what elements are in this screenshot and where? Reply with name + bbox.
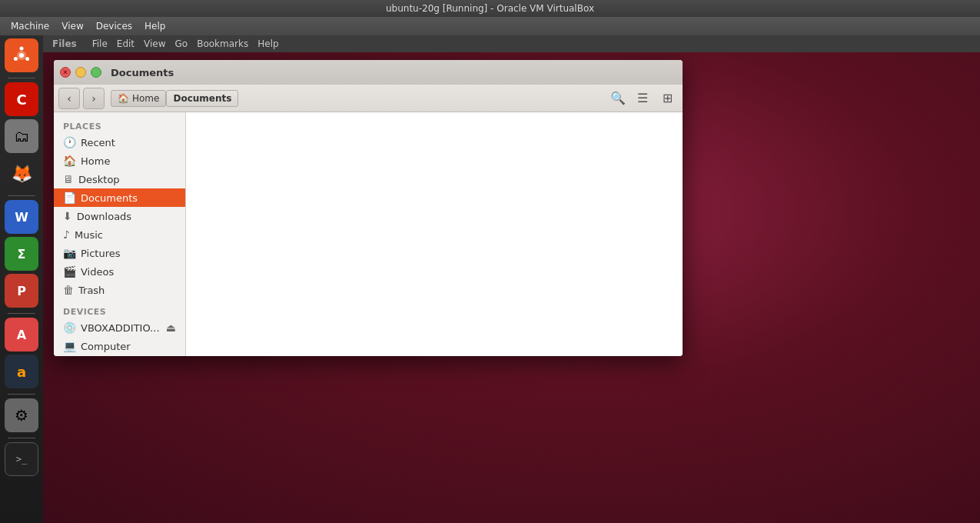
- grid-view-button[interactable]: ⊞: [656, 88, 678, 109]
- vbox-menubar: Machine View Devices Help: [0, 17, 980, 35]
- window-close-button[interactable]: ✕: [60, 67, 71, 78]
- computer-icon: 💻: [63, 340, 76, 352]
- taskbar-icon-texteditor[interactable]: A: [5, 318, 38, 351]
- files-menu-edit[interactable]: Edit: [112, 38, 139, 50]
- svg-point-3: [20, 47, 24, 51]
- videos-icon: 🎬: [63, 265, 76, 278]
- list-view-button[interactable]: ☰: [632, 88, 653, 109]
- sidebar-item-vboxadditions[interactable]: 💿 VBOXADDITIO... ⏏: [54, 318, 185, 337]
- sidebar-item-desktop-label: Desktop: [78, 174, 120, 185]
- sidebar-item-home[interactable]: 🏠 Home: [54, 152, 185, 170]
- taskbar-icon-crimson[interactable]: C: [5, 82, 38, 116]
- window-maximize-button[interactable]: [91, 67, 101, 78]
- home-icon: 🏠: [118, 93, 129, 104]
- sidebar-item-pictures[interactable]: 📷 Pictures: [54, 244, 185, 262]
- sidebar-item-pictures-label: Pictures: [81, 248, 120, 259]
- taskbar-separator-1: [8, 78, 35, 78]
- files-menu-view[interactable]: View: [139, 38, 170, 50]
- taskbar-icon-settings[interactable]: ⚙: [5, 398, 38, 432]
- vbox-menu-view[interactable]: View: [55, 19, 89, 33]
- sidebar-item-vboxadditions-label: VBOXADDITIO...: [81, 322, 160, 334]
- sidebar-item-videos-label: Videos: [81, 266, 114, 278]
- taskbar-icon-amazon[interactable]: a: [5, 355, 38, 388]
- eject-button[interactable]: ⏏: [166, 321, 176, 334]
- trash-icon: 🗑: [63, 284, 74, 296]
- fm-sidebar: Places 🕐 Recent 🏠 Home 🖥 Desktop 📄 Docum…: [54, 112, 186, 356]
- taskbar-icon-firefox[interactable]: 🦊: [5, 156, 38, 190]
- sidebar-item-videos[interactable]: 🎬 Videos: [54, 262, 185, 281]
- sidebar-item-desktop[interactable]: 🖥 Desktop: [54, 170, 185, 188]
- svg-point-2: [19, 53, 24, 58]
- music-icon: ♪: [63, 228, 70, 241]
- sidebar-item-documents-label: Documents: [81, 192, 138, 204]
- vbox-menu-help[interactable]: Help: [138, 19, 171, 33]
- downloads-icon: ⬇: [63, 210, 72, 222]
- window-title: Documents: [111, 67, 174, 78]
- svg-point-4: [25, 57, 29, 61]
- breadcrumb-home[interactable]: 🏠 Home: [111, 90, 166, 107]
- sidebar-item-music-label: Music: [75, 229, 103, 241]
- vboxadditions-icon: 💿: [63, 321, 76, 334]
- documents-icon: 📄: [63, 192, 76, 204]
- taskbar-separator-2: [8, 195, 35, 196]
- file-manager-window: ✕ Documents ‹ › 🏠 Home Documents 🔍 ☰ ⊞ P…: [54, 60, 683, 356]
- sidebar-item-home-label: Home: [81, 155, 110, 167]
- taskbar-icon-calc[interactable]: Σ: [5, 237, 38, 271]
- taskbar-icon-terminal[interactable]: >_: [5, 442, 38, 476]
- taskbar-separator-5: [8, 438, 35, 438]
- vbox-title: ubuntu-20g [Running] - Oracle VM Virtual…: [386, 3, 594, 14]
- sidebar-item-recent[interactable]: 🕐 Recent: [54, 133, 185, 152]
- vbox-menu-machine[interactable]: Machine: [5, 19, 55, 33]
- sidebar-item-downloads[interactable]: ⬇ Downloads: [54, 207, 185, 225]
- home-folder-icon: 🏠: [63, 155, 76, 167]
- breadcrumb-documents-label: Documents: [173, 93, 231, 104]
- search-button[interactable]: 🔍: [607, 88, 629, 109]
- window-minimize-button[interactable]: [75, 67, 86, 78]
- files-menu-go[interactable]: Go: [171, 38, 193, 50]
- devices-section-label: Devices: [54, 304, 185, 318]
- pictures-icon: 📷: [63, 247, 76, 259]
- fm-toolbar: ‹ › 🏠 Home Documents 🔍 ☰ ⊞: [54, 85, 683, 112]
- recent-icon: 🕐: [63, 136, 76, 148]
- taskbar-icon-impress[interactable]: P: [5, 274, 38, 308]
- fm-content[interactable]: [186, 112, 683, 356]
- places-section-label: Places: [54, 118, 185, 133]
- sidebar-item-downloads-label: Downloads: [77, 211, 131, 222]
- breadcrumb-home-label: Home: [132, 93, 159, 104]
- taskbar: C 🗂 🦊 W Σ P A a ⚙ >_: [0, 35, 43, 523]
- breadcrumb-documents[interactable]: Documents: [166, 90, 238, 107]
- sidebar-item-trash[interactable]: 🗑 Trash: [54, 281, 185, 299]
- fm-main: Places 🕐 Recent 🏠 Home 🖥 Desktop 📄 Docum…: [54, 112, 683, 356]
- svg-point-5: [14, 57, 18, 61]
- desktop-icon: 🖥: [63, 173, 74, 185]
- files-menu-file[interactable]: File: [88, 38, 112, 50]
- sidebar-item-computer[interactable]: 💻 Computer: [54, 337, 185, 355]
- breadcrumb: 🏠 Home Documents: [111, 90, 238, 107]
- taskbar-icon-files[interactable]: 🗂: [5, 119, 38, 153]
- back-button[interactable]: ‹: [58, 88, 80, 109]
- files-label: Files: [48, 38, 81, 50]
- sidebar-item-documents[interactable]: 📄 Documents: [54, 188, 185, 207]
- forward-button[interactable]: ›: [83, 88, 105, 109]
- fm-titlebar: ✕ Documents: [54, 60, 683, 85]
- taskbar-icon-ubuntu[interactable]: [5, 38, 38, 72]
- vbox-menu-devices[interactable]: Devices: [90, 19, 138, 33]
- vbox-titlebar: ubuntu-20g [Running] - Oracle VM Virtual…: [0, 0, 980, 17]
- files-menu-bookmarks[interactable]: Bookmarks: [192, 38, 253, 50]
- sidebar-item-computer-label: Computer: [81, 341, 131, 352]
- sidebar-item-recent-label: Recent: [81, 137, 115, 148]
- taskbar-separator-3: [8, 313, 35, 314]
- files-topbar: Files File Edit View Go Bookmarks Help: [43, 35, 980, 52]
- sidebar-item-music[interactable]: ♪ Music: [54, 225, 185, 244]
- sidebar-item-trash-label: Trash: [78, 285, 105, 296]
- taskbar-icon-writer[interactable]: W: [5, 200, 38, 234]
- files-menu-help[interactable]: Help: [253, 38, 283, 50]
- taskbar-separator-4: [8, 394, 35, 395]
